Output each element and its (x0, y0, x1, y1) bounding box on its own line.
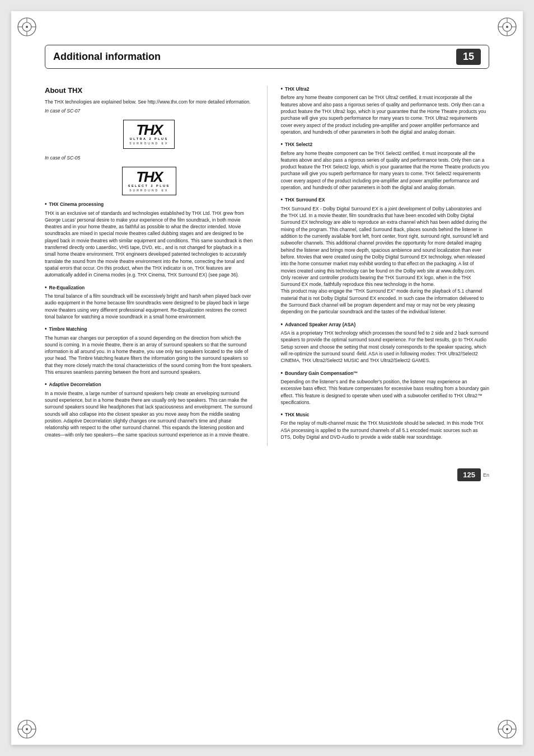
right-bullet-body-5: For the replay of multi-channel music th… (281, 420, 490, 440)
header-page-number: 15 (456, 49, 481, 65)
left-bullet-2: Timbre Matching The human ear changes ou… (45, 326, 254, 375)
right-bullets: THX Ultra2 Before any home theatre compo… (281, 86, 490, 440)
thx-logo-2-container: THX SELECT 2 PLUS SURROUND EX (45, 167, 254, 195)
header-bar: Additional information 15 (45, 45, 489, 69)
thx-logo-1-main: THX (136, 123, 162, 137)
right-bullet-heading-3: Advanced Speaker Array (ASA) (281, 321, 490, 328)
right-column: THX Ultra2 Before any home theatre compo… (281, 86, 490, 446)
left-bullet-heading-1: Re-Equalization (45, 284, 254, 291)
about-thx-intro: The THX technologies are explained below… (45, 98, 254, 105)
left-bullet-heading-3: Adaptive Decorrelation (45, 381, 254, 388)
right-bullet-4: Boundary Gain Compensation™ Depending on… (281, 370, 490, 406)
footer: 125 En (11, 463, 523, 492)
right-bullet-heading-0: THX Ultra2 (281, 86, 490, 92)
right-bullet-5: THX Music For the replay of multi-channe… (281, 411, 490, 440)
logo1-label: In case of SC-07 (45, 107, 254, 114)
svg-point-2 (26, 26, 28, 28)
about-thx-title: About THX (45, 86, 254, 96)
left-bullet-body-1: The tonal balance of a film soundtrack w… (45, 293, 254, 320)
corner-bl (17, 719, 37, 739)
right-bullet-body-3: ASA is a proprietary THX technology whic… (281, 330, 490, 364)
logo2-label: In case of SC-05 (45, 154, 254, 161)
right-bullet-2: THX Surround EX THX Surround EX - Dolby … (281, 196, 490, 315)
svg-point-16 (26, 728, 28, 730)
column-divider (267, 86, 268, 446)
left-column: About THX The THX technologies are expla… (45, 86, 254, 446)
corner-br (497, 719, 517, 739)
thx-logo-1: THX ULTRA 2 PLUS SURROUND EX (123, 120, 175, 148)
svg-point-9 (506, 26, 508, 28)
left-bullet-heading-0: THX Cinema processing (45, 201, 254, 208)
page: Additional information 15 About THX The … (11, 11, 523, 745)
left-bullet-1: Re-Equalization The tonal balance of a f… (45, 284, 254, 321)
right-bullet-body-4: Depending on the listener's and the subw… (281, 378, 490, 406)
left-bullet-body-2: The human ear changes our perception of … (45, 335, 254, 376)
page-title: Additional information (53, 51, 161, 63)
thx-logo-2-sub: SELECT 2 PLUS (128, 184, 170, 189)
left-bullets: THX Cinema processing THX is an exclusiv… (45, 201, 254, 438)
left-bullet-3: Adaptive Decorrelation In a movie theatr… (45, 381, 254, 438)
right-bullet-body-1: Before any home theatre component can be… (281, 150, 490, 191)
thx-logo-2: THX SELECT 2 PLUS SURROUND EX (122, 167, 176, 195)
left-bullet-body-3: In a movie theatre, a large number of su… (45, 390, 254, 438)
left-bullet-body-0: THX is an exclusive set of standards and… (45, 210, 254, 279)
thx-logo-1-sub: ULTRA 2 PLUS (130, 137, 168, 142)
right-bullet-3: Advanced Speaker Array (ASA) ASA is a pr… (281, 321, 490, 364)
left-bullet-heading-2: Timbre Matching (45, 326, 254, 332)
thx-logo-2-variant: SURROUND EX (129, 189, 168, 192)
right-bullet-heading-1: THX Select2 (281, 141, 490, 148)
right-bullet-heading-2: THX Surround EX (281, 196, 490, 203)
right-bullet-heading-5: THX Music (281, 411, 490, 418)
right-bullet-body-2: THX Surround EX - Dolby Digital Surround… (281, 205, 490, 316)
thx-logo-1-variant: SURROUND EX (129, 142, 168, 145)
footer-page-number: 125 (457, 468, 481, 481)
corner-tl (17, 17, 37, 37)
right-bullet-heading-4: Boundary Gain Compensation™ (281, 370, 490, 377)
left-bullet-0: THX Cinema processing THX is an exclusiv… (45, 201, 254, 278)
right-bullet-body-0: Before any home theatre component can be… (281, 94, 490, 135)
right-bullet-1: THX Select2 Before any home theatre comp… (281, 141, 490, 191)
right-bullet-0: THX Ultra2 Before any home theatre compo… (281, 86, 490, 135)
thx-logo-2-main: THX (136, 170, 162, 184)
svg-point-23 (506, 728, 508, 730)
corner-tr (497, 17, 517, 37)
thx-logo-1-container: THX ULTRA 2 PLUS SURROUND EX (45, 120, 254, 148)
content-area: About THX The THX technologies are expla… (11, 69, 523, 463)
footer-lang: En (483, 472, 489, 478)
